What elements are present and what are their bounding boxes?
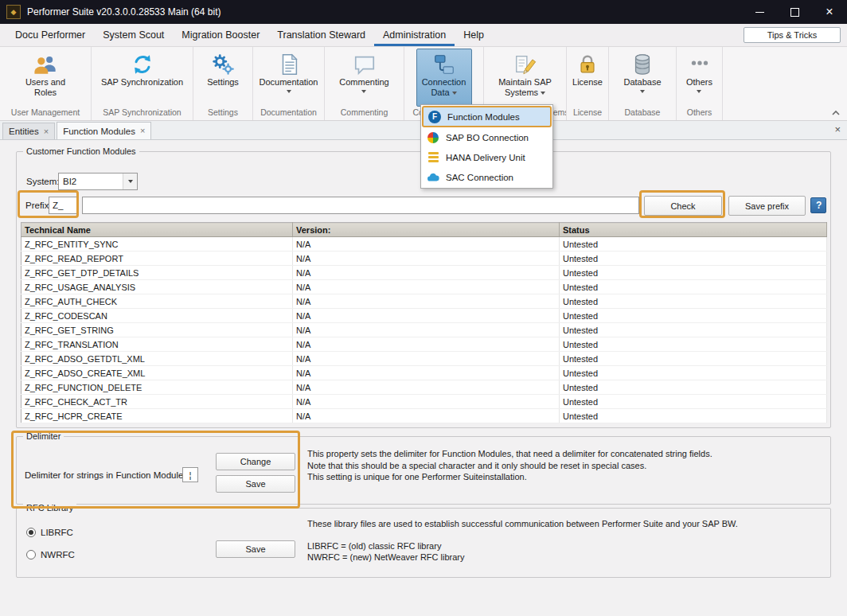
prefix-input[interactable] [49,197,77,214]
help-button[interactable]: ? [810,197,826,213]
group-title: Customer Function Modules [23,146,139,157]
prefix-filter-input[interactable] [82,197,639,214]
function-modules-table: Technical Name Version: Status Z_RFC_ENT… [21,222,827,423]
table-row[interactable]: Z_RFC_TRANSLATION N/A Untested [21,337,827,352]
cell-technical-name: Z_RFC_HCPR_CREATE [21,409,293,423]
cell-version: N/A [293,323,560,337]
cell-version: N/A [293,280,560,294]
comment-bubble-icon [353,53,377,76]
save-prefix-button[interactable]: Save prefix [728,196,806,216]
column-header-technical-name[interactable]: Technical Name [21,223,293,237]
table-row[interactable]: Z_RFC_ADSO_GETDTL_XML N/A Untested [21,352,827,366]
table-row[interactable]: Z_RFC_CODESCAN N/A Untested [21,309,827,323]
menu-docu-performer[interactable]: Docu Performer [6,24,94,46]
table-body: Z_RFC_ENTITY_SYNC N/A Untested Z_RFC_REA… [21,237,827,423]
table-row[interactable]: Z_RFC_ENTITY_SYNC N/A Untested [21,237,827,251]
window-title: Performer Suite v20.3.0.0.28533 Main (64… [27,6,221,18]
maintain-sap-systems-button[interactable]: Maintain SAP Systems [485,49,566,107]
table-row[interactable]: Z_RFC_GET_STRING N/A Untested [21,323,827,337]
close-tab-icon[interactable]: × [140,127,145,135]
group-label-database: Database [609,107,676,120]
minimize-button[interactable] [742,0,777,24]
cell-technical-name: Z_RFC_GET_DTP_DETAILS [21,266,293,280]
cell-technical-name: Z_RFC_CHECK_ACT_TR [21,395,293,409]
users-and-roles-button[interactable]: Users and Roles [12,49,79,107]
cell-version: N/A [293,380,560,395]
cell-technical-name: Z_RFC_TRANSLATION [21,337,293,352]
table-row[interactable]: Z_RFC_FUNCTION_DELETE N/A Untested [21,380,827,395]
nwrfc-radio-label: NWRFC [41,550,75,559]
sap-synchronization-label: SAP Synchronization [101,77,183,87]
license-button[interactable]: License [567,49,608,107]
sac-cloud-icon [427,171,439,184]
table-row[interactable]: Z_RFC_GET_DTP_DETAILS N/A Untested [21,266,827,280]
license-label: License [572,77,603,87]
app-window: ◆ Performer Suite v20.3.0.0.28533 Main (… [0,0,847,616]
menu-item-hana-delivery-unit[interactable]: HANA Delivery Unit [422,147,552,167]
settings-button[interactable]: Settings [194,49,252,107]
chevron-down-icon [287,90,291,93]
close-button[interactable]: × [812,0,847,24]
database-button[interactable]: Database [611,49,674,107]
cell-version: N/A [293,266,560,280]
cell-technical-name: Z_RFC_AUTH_CHECK [21,294,293,309]
menu-translation-steward[interactable]: Translation Steward [268,24,374,46]
menu-help[interactable]: Help [455,24,493,46]
cell-technical-name: Z_RFC_USAGE_ANALYSIS [21,280,293,294]
tab-entities[interactable]: Entities × [2,123,55,139]
delimiter-description-line-2: Note that this should be a special chara… [307,460,712,472]
tips-tricks-button[interactable]: Tips & Tricks [744,27,841,43]
table-row[interactable]: Z_RFC_READ_REPORT N/A Untested [21,251,827,266]
librfc-radio-label: LIBRFC [41,528,73,537]
menu-item-function-modules[interactable]: F Function Modules [422,106,552,127]
cell-version: N/A [293,237,560,251]
delimiter-description-line-3: This setting is unique for one Performer… [307,471,712,483]
group-label-others: Others [677,107,722,120]
sap-bo-icon [427,131,439,144]
save-delimiter-button[interactable]: Save [216,475,295,493]
close-pane-icon[interactable]: × [834,124,841,135]
nwrfc-radio[interactable]: NWRFC [26,550,75,559]
others-button[interactable]: Others [677,49,722,107]
ribbon-group-commenting: Commenting Commenting [325,47,404,120]
tab-function-modules[interactable]: Function Modules × [57,122,151,139]
cell-technical-name: Z_RFC_READ_REPORT [21,251,293,266]
commenting-button[interactable]: Commenting [326,49,404,107]
delimiter-description-line-1: This property sets the delimiter for Fun… [307,448,712,460]
close-tab-icon[interactable]: × [44,127,49,136]
table-row[interactable]: Z_RFC_CHECK_ACT_TR N/A Untested [21,395,827,409]
column-header-status[interactable]: Status [560,223,827,237]
menu-item-sap-bo-connection[interactable]: SAP BO Connection [422,127,552,147]
maximize-button[interactable] [777,0,812,24]
documentation-button[interactable]: Documentation [253,49,324,107]
cell-technical-name: Z_RFC_ADSO_CREATE_XML [21,366,293,380]
table-row[interactable]: Z_RFC_HCPR_CREATE N/A Untested [21,409,827,423]
table-row[interactable]: Z_RFC_AUTH_CHECK N/A Untested [21,294,827,309]
sap-synchronization-button[interactable]: SAP Synchronization [92,49,193,107]
menu-administration[interactable]: Administration [374,24,455,46]
menu-system-scout[interactable]: System Scout [94,24,173,46]
librfc-radio[interactable]: LIBRFC [26,528,73,537]
connection-data-button[interactable]: Connection Data [416,49,472,107]
delimiter-input[interactable] [182,467,198,482]
column-header-version[interactable]: Version: [293,223,560,237]
table-row[interactable]: Z_RFC_ADSO_CREATE_XML N/A Untested [21,366,827,380]
menu-item-sac-connection[interactable]: SAC Connection [422,167,552,187]
menu-item-label: SAP BO Connection [446,133,529,142]
menu-migration-booster[interactable]: Migration Booster [173,24,268,46]
collapse-ribbon-button[interactable] [831,107,841,116]
system-select[interactable]: BI2 [58,173,138,190]
save-rfc-library-button[interactable]: Save [216,540,295,558]
ribbon-group-sap-synchronization: SAP Synchronization SAP Synchronization [92,47,193,120]
commenting-label: Commenting [339,77,388,87]
ribbon-group-documentation: Documentation Documentation [253,47,325,120]
group-label-sap-synchronization: SAP Synchronization [92,107,193,120]
cell-version: N/A [293,395,560,409]
change-delimiter-button[interactable]: Change [216,453,295,470]
radio-selected-icon [26,528,36,537]
ribbon-group-settings: Settings Settings [193,47,253,120]
table-row[interactable]: Z_RFC_USAGE_ANALYSIS N/A Untested [21,280,827,294]
ribbon-group-license: License License [567,47,609,120]
check-button[interactable]: Check [644,196,722,216]
cell-status: Untested [560,266,827,280]
